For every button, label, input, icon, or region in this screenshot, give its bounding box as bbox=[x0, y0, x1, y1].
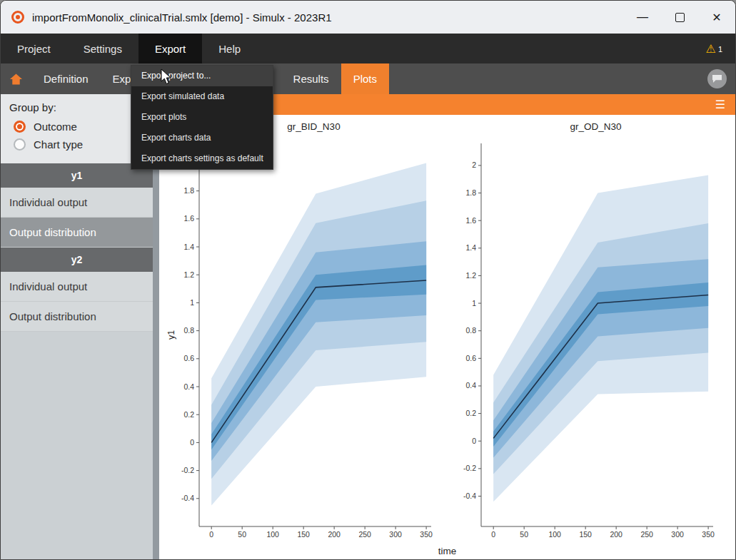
svg-text:0.2: 0.2 bbox=[465, 409, 476, 417]
export-dropdown-menu: Export project to... Export simulated da… bbox=[131, 65, 273, 170]
speech-bubble-icon bbox=[712, 74, 722, 83]
group-by-label: Group by: bbox=[9, 101, 144, 113]
svg-text:-0.2: -0.2 bbox=[463, 464, 476, 472]
home-button[interactable] bbox=[5, 68, 27, 90]
svg-text:200: 200 bbox=[328, 530, 341, 539]
svg-text:100: 100 bbox=[266, 530, 279, 539]
plots-menu-button[interactable]: ☰ bbox=[715, 97, 725, 112]
simulx-logo-icon bbox=[11, 10, 25, 24]
menu-item-export-charts-settings[interactable]: Export charts settings as default bbox=[131, 148, 273, 169]
svg-text:2: 2 bbox=[472, 161, 476, 169]
sidebar-item-y1-output-distribution[interactable]: Output distribution bbox=[1, 218, 153, 248]
menubar-spacer bbox=[257, 34, 705, 63]
svg-text:0: 0 bbox=[209, 530, 213, 539]
app-window: importFromMonolix_clinicalTrial.smlx [de… bbox=[0, 0, 736, 560]
svg-text:150: 150 bbox=[297, 530, 310, 539]
tab-definition[interactable]: Definition bbox=[31, 63, 101, 94]
chart-gr-od-n30: gr_OD_N30 -0.4-0.200.20.40.60.811.21.41.… bbox=[447, 119, 722, 545]
home-icon bbox=[9, 73, 23, 86]
menu-project[interactable]: Project bbox=[1, 34, 67, 63]
chart-title-right: gr_OD_N30 bbox=[447, 119, 722, 135]
warning-indicator[interactable]: ⚠ 1 bbox=[706, 34, 735, 63]
maximize-icon bbox=[675, 13, 685, 22]
svg-text:1.4: 1.4 bbox=[465, 243, 476, 252]
svg-text:1.2: 1.2 bbox=[465, 271, 476, 280]
close-button[interactable]: ✕ bbox=[698, 1, 735, 34]
svg-text:1.8: 1.8 bbox=[465, 188, 476, 197]
x-axis-label: time bbox=[159, 546, 735, 556]
sidebar-item-y1-individual-output[interactable]: Individual output bbox=[1, 188, 153, 218]
radio-outcome[interactable]: Outcome bbox=[14, 121, 144, 133]
svg-text:0.8: 0.8 bbox=[183, 326, 194, 335]
svg-text:350: 350 bbox=[702, 530, 715, 539]
svg-text:300: 300 bbox=[389, 530, 402, 539]
svg-text:1: 1 bbox=[472, 299, 476, 307]
svg-text:0.6: 0.6 bbox=[465, 354, 476, 362]
svg-text:0: 0 bbox=[190, 438, 194, 447]
sidebar-item-y2-output-distribution[interactable]: Output distribution bbox=[1, 302, 153, 332]
svg-text:1.8: 1.8 bbox=[183, 186, 194, 195]
warning-count: 1 bbox=[718, 45, 722, 54]
menu-item-export-plots[interactable]: Export plots bbox=[131, 107, 273, 128]
tabbar: Definition Exploration Results Plots bbox=[1, 63, 735, 94]
svg-text:300: 300 bbox=[671, 530, 684, 539]
svg-text:-0.4: -0.4 bbox=[463, 492, 476, 500]
chart-svg-right: -0.4-0.200.20.40.60.811.21.41.61.8205010… bbox=[447, 135, 722, 545]
tab-plots[interactable]: Plots bbox=[341, 63, 389, 94]
svg-text:350: 350 bbox=[420, 530, 433, 539]
maximize-button[interactable] bbox=[661, 1, 698, 34]
radio-outcome-icon[interactable] bbox=[14, 121, 26, 133]
window-controls: — ✕ bbox=[624, 1, 735, 34]
svg-text:1.6: 1.6 bbox=[465, 216, 476, 225]
svg-text:0.4: 0.4 bbox=[183, 382, 194, 391]
minimize-button[interactable]: — bbox=[624, 1, 661, 34]
svg-text:0.6: 0.6 bbox=[183, 354, 194, 362]
menu-item-export-project-to[interactable]: Export project to... bbox=[131, 66, 273, 86]
menu-settings[interactable]: Settings bbox=[67, 34, 138, 63]
svg-text:y1: y1 bbox=[166, 330, 176, 340]
svg-text:200: 200 bbox=[610, 530, 622, 539]
mouse-cursor bbox=[161, 68, 175, 86]
chart-svg-left: -0.4-0.200.20.40.60.811.21.41.61.8050100… bbox=[165, 135, 440, 545]
window-title: importFromMonolix_clinicalTrial.smlx [de… bbox=[32, 11, 332, 24]
svg-text:0.4: 0.4 bbox=[465, 381, 476, 390]
svg-text:1.6: 1.6 bbox=[183, 214, 194, 223]
feedback-button[interactable] bbox=[707, 69, 727, 88]
menu-item-export-simulated-data[interactable]: Export simulated data bbox=[131, 86, 273, 107]
svg-text:100: 100 bbox=[548, 530, 561, 539]
minimize-icon: — bbox=[637, 11, 648, 24]
radio-chart-type[interactable]: Chart type bbox=[14, 138, 144, 151]
sidebar-section-y2: y2 bbox=[1, 248, 153, 272]
svg-text:-0.2: -0.2 bbox=[181, 466, 194, 474]
svg-text:50: 50 bbox=[520, 530, 528, 539]
titlebar: importFromMonolix_clinicalTrial.smlx [de… bbox=[1, 1, 735, 34]
menubar: Project Settings Export Help ⚠ 1 bbox=[1, 34, 735, 63]
svg-text:1.4: 1.4 bbox=[183, 243, 194, 251]
svg-text:0.2: 0.2 bbox=[183, 410, 194, 419]
close-icon: ✕ bbox=[712, 11, 721, 24]
svg-text:0: 0 bbox=[491, 530, 495, 539]
chart-gr-bid-n30: gr_BID_N30 -0.4-0.200.20.40.60.811.21.41… bbox=[165, 119, 440, 545]
menu-export[interactable]: Export bbox=[138, 34, 202, 63]
svg-text:0.8: 0.8 bbox=[465, 326, 476, 335]
charts-row: gr_BID_N30 -0.4-0.200.20.40.60.811.21.41… bbox=[159, 115, 735, 545]
svg-text:1.2: 1.2 bbox=[183, 270, 194, 279]
menu-help[interactable]: Help bbox=[202, 34, 257, 63]
svg-text:150: 150 bbox=[579, 530, 592, 539]
plots-area: gr_BID_N30 -0.4-0.200.20.40.60.811.21.41… bbox=[159, 115, 735, 559]
svg-text:250: 250 bbox=[358, 530, 371, 539]
sidebar-item-y2-individual-output[interactable]: Individual output bbox=[1, 272, 153, 302]
menu-item-export-charts-data[interactable]: Export charts data bbox=[131, 128, 273, 148]
radio-chart-type-label: Chart type bbox=[34, 138, 83, 151]
svg-text:50: 50 bbox=[238, 530, 246, 539]
tab-results[interactable]: Results bbox=[281, 63, 341, 94]
radio-chart-type-icon[interactable] bbox=[14, 138, 26, 151]
svg-text:1: 1 bbox=[190, 298, 194, 307]
svg-text:0: 0 bbox=[472, 437, 476, 445]
svg-text:-0.4: -0.4 bbox=[181, 494, 194, 502]
svg-text:250: 250 bbox=[640, 530, 653, 539]
radio-outcome-label: Outcome bbox=[34, 121, 77, 133]
warning-icon: ⚠ bbox=[706, 42, 716, 56]
